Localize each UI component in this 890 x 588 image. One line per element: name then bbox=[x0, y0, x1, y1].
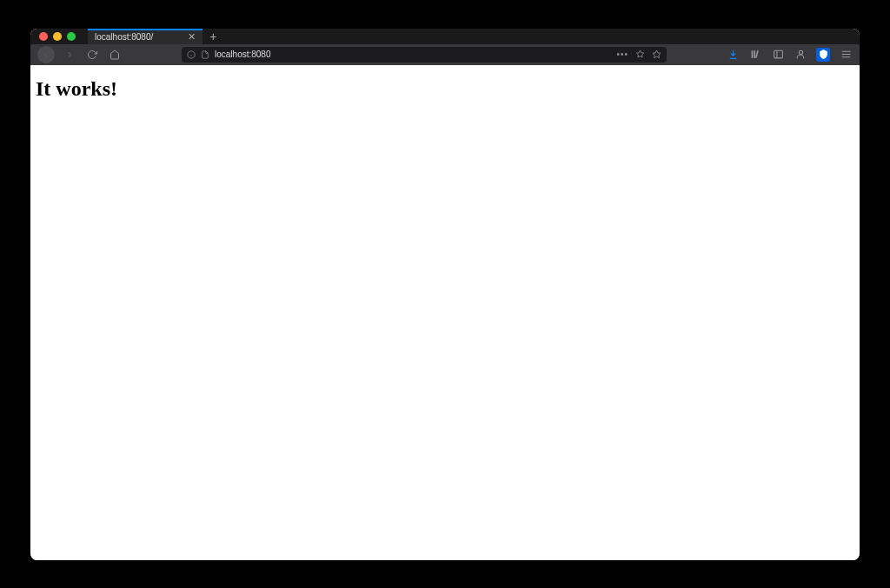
download-icon bbox=[727, 49, 739, 60]
traffic-lights bbox=[30, 32, 76, 41]
tab-strip: localhost:8080/ ✕ + bbox=[88, 29, 223, 44]
browser-window: localhost:8080/ ✕ + local bbox=[30, 29, 860, 560]
close-icon[interactable]: ✕ bbox=[188, 31, 196, 43]
page-heading: It works! bbox=[36, 77, 854, 101]
download-button[interactable] bbox=[726, 48, 740, 62]
maximize-window-button[interactable] bbox=[67, 32, 76, 41]
plus-icon: + bbox=[209, 30, 216, 43]
reload-button[interactable] bbox=[84, 47, 100, 63]
sidebar-icon bbox=[773, 49, 784, 60]
new-tab-button[interactable]: + bbox=[203, 29, 223, 44]
protection-button[interactable] bbox=[816, 48, 830, 62]
info-icon[interactable] bbox=[187, 50, 196, 59]
home-icon bbox=[110, 50, 120, 60]
more-icon[interactable]: ••• bbox=[616, 50, 628, 59]
tab-title: localhost:8080/ bbox=[95, 32, 153, 42]
reader-icon[interactable] bbox=[635, 47, 645, 63]
page-icon bbox=[201, 50, 209, 59]
close-window-button[interactable] bbox=[39, 32, 48, 41]
svg-marker-3 bbox=[653, 50, 661, 57]
toolbar: localhost:8080 ••• bbox=[30, 44, 860, 65]
svg-rect-7 bbox=[774, 50, 782, 58]
url-text: localhost:8080 bbox=[215, 50, 611, 59]
svg-rect-6 bbox=[754, 50, 758, 58]
home-button[interactable] bbox=[107, 47, 123, 63]
account-icon bbox=[795, 49, 807, 60]
toolbar-end bbox=[726, 48, 853, 62]
back-button[interactable] bbox=[37, 46, 55, 63]
page-content: It works! bbox=[30, 65, 860, 560]
library-icon bbox=[750, 49, 761, 60]
svg-rect-5 bbox=[754, 50, 755, 58]
titlebar: localhost:8080/ ✕ + bbox=[30, 29, 860, 44]
shield-icon bbox=[818, 49, 829, 60]
reload-icon bbox=[87, 50, 97, 60]
account-button[interactable] bbox=[794, 48, 807, 62]
tab-active[interactable]: localhost:8080/ ✕ bbox=[88, 29, 203, 44]
sidebar-button[interactable] bbox=[771, 48, 785, 62]
svg-rect-4 bbox=[751, 50, 753, 58]
url-bar-actions: ••• bbox=[616, 47, 661, 63]
svg-point-9 bbox=[799, 50, 802, 54]
forward-icon bbox=[64, 50, 75, 60]
star-icon[interactable] bbox=[652, 47, 661, 63]
menu-icon bbox=[840, 49, 852, 60]
minimize-window-button[interactable] bbox=[53, 32, 62, 41]
url-bar[interactable]: localhost:8080 ••• bbox=[182, 47, 667, 63]
forward-button[interactable] bbox=[62, 47, 77, 63]
library-button[interactable] bbox=[748, 48, 762, 62]
back-icon bbox=[41, 50, 51, 60]
menu-button[interactable] bbox=[839, 48, 853, 62]
